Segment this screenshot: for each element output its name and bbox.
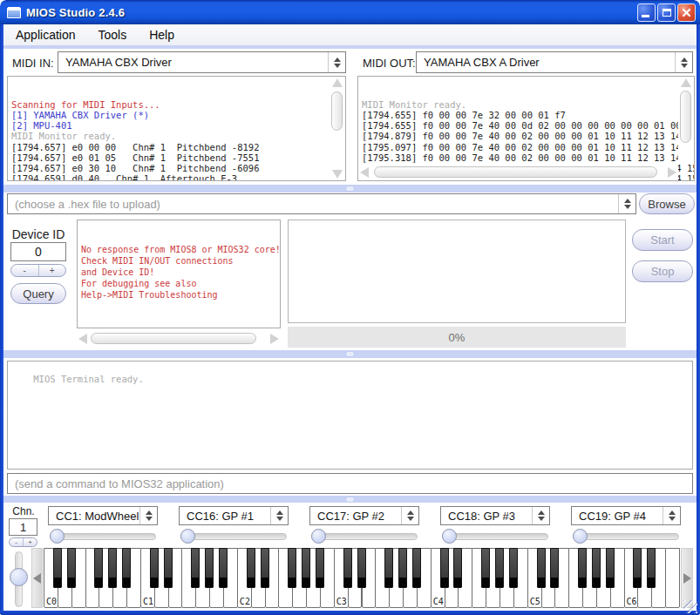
channel-value[interactable]: 1 — [9, 518, 37, 536]
browse-button[interactable]: Browse — [639, 193, 695, 214]
slider-thumb[interactable] — [180, 529, 195, 544]
scrollbar-thumb[interactable] — [680, 91, 691, 143]
stop-button[interactable]: Stop — [632, 260, 693, 282]
device-id-minus-button[interactable]: - — [11, 265, 39, 276]
piano-key-black[interactable] — [122, 548, 131, 588]
piano-key-black[interactable] — [578, 548, 587, 588]
piano-key-black[interactable] — [384, 548, 393, 588]
midi-out-vertical-scrollbar[interactable] — [678, 77, 694, 164]
piano-key-black[interactable] — [316, 548, 324, 588]
midi-out-horizontal-scrollbar[interactable] — [358, 165, 678, 180]
midi-out-select[interactable]: YAMAHA CBX A Driver — [416, 51, 693, 73]
scroll-up-icon[interactable] — [681, 78, 691, 87]
chevron-updown-icon[interactable] — [675, 52, 692, 72]
piano-key-black[interactable] — [288, 548, 296, 588]
cc-selector[interactable]: CC1: ModWheel — [48, 506, 158, 525]
slider-thumb[interactable] — [50, 529, 65, 544]
cc-slider[interactable] — [179, 529, 289, 544]
piano-key-black[interactable] — [94, 548, 103, 588]
midi-out-monitor[interactable]: MIDI Monitor ready.[1794.655] f0 00 00 7… — [357, 76, 695, 181]
cc-slider[interactable] — [309, 529, 419, 544]
minimize-button[interactable] — [637, 3, 656, 22]
piano-key-black[interactable] — [67, 548, 76, 588]
device-id-plus-button[interactable]: + — [39, 265, 66, 276]
channel-minus-button[interactable]: - — [10, 538, 24, 546]
cc-slider[interactable] — [571, 529, 681, 544]
channel-plus-button[interactable]: + — [24, 538, 37, 546]
piano-key-black[interactable] — [647, 548, 656, 588]
cc-selector[interactable]: CC19: GP #4 — [571, 506, 681, 525]
menu-tools[interactable]: Tools — [99, 28, 127, 42]
piano-key-black[interactable] — [205, 548, 214, 588]
midi-in-select[interactable]: YAMAHA CBX Driver — [58, 51, 346, 73]
terminal-command-input[interactable] — [7, 473, 693, 494]
velocity-slider-thumb[interactable] — [10, 568, 28, 586]
slider-thumb[interactable] — [442, 529, 457, 544]
scroll-up-icon[interactable] — [332, 78, 343, 87]
divider[interactable] — [3, 350, 697, 358]
chevron-updown-icon[interactable] — [328, 52, 345, 72]
scroll-down-icon[interactable] — [332, 170, 343, 179]
divider[interactable] — [3, 496, 697, 503]
slider-thumb[interactable] — [573, 529, 588, 544]
scroll-right-icon[interactable] — [270, 334, 279, 344]
status-horizontal-scrollbar[interactable] — [77, 331, 281, 347]
piano-key-black[interactable] — [219, 548, 228, 588]
chevron-updown-icon[interactable] — [139, 507, 157, 524]
octave-scroll-left[interactable] — [31, 548, 43, 608]
slider-thumb[interactable] — [311, 529, 326, 544]
resize-grip[interactable] — [683, 600, 697, 613]
octave-scroll-right[interactable] — [681, 548, 693, 608]
terminal-output[interactable]: MIOS Terminal ready. — [7, 361, 693, 470]
piano-key-black[interactable] — [550, 548, 559, 588]
cc-selector[interactable]: CC18: GP #3 — [440, 506, 550, 525]
title-bar[interactable]: MIOS Studio 2.4.6 — [0, 0, 700, 24]
piano-key-black[interactable] — [247, 548, 255, 588]
scrollbar-thumb[interactable] — [331, 91, 343, 131]
piano-key-black[interactable] — [357, 548, 366, 588]
hex-file-chevron-icon[interactable] — [618, 194, 635, 213]
piano-key-black[interactable] — [633, 548, 642, 588]
cc-selector[interactable]: CC17: GP #2 — [309, 506, 419, 525]
cc-selector[interactable]: CC16: GP #1 — [179, 506, 289, 525]
piano-key-black[interactable] — [302, 548, 310, 588]
chevron-updown-icon[interactable] — [270, 507, 288, 524]
piano-key-black[interactable] — [440, 548, 449, 588]
piano-key-black[interactable] — [481, 548, 490, 588]
piano-key-black[interactable] — [343, 548, 352, 588]
piano-key-black[interactable] — [398, 548, 407, 588]
scrollbar-thumb[interactable] — [374, 166, 657, 178]
piano-key-black[interactable] — [537, 548, 546, 588]
menu-help[interactable]: Help — [149, 28, 174, 42]
piano-key-black[interactable] — [164, 548, 173, 588]
piano-key-black[interactable] — [108, 548, 117, 588]
piano-key-black[interactable] — [191, 548, 200, 588]
piano-key-black[interactable] — [592, 548, 601, 588]
piano-key-black[interactable] — [150, 548, 159, 588]
piano-key-black[interactable] — [261, 548, 269, 588]
piano-key-white[interactable] — [665, 548, 680, 608]
start-button[interactable]: Start — [632, 229, 693, 251]
close-button[interactable] — [677, 3, 696, 22]
piano-key-black[interactable] — [453, 548, 462, 588]
chevron-updown-icon[interactable] — [401, 507, 418, 524]
menu-application[interactable]: Application — [16, 28, 76, 42]
maximize-button[interactable] — [657, 3, 676, 22]
chevron-updown-icon[interactable] — [532, 507, 549, 524]
cc-slider[interactable] — [440, 529, 550, 544]
piano-key-black[interactable] — [495, 548, 504, 588]
piano-key-black[interactable] — [53, 548, 62, 588]
divider[interactable] — [3, 185, 697, 193]
scroll-left-icon[interactable] — [360, 167, 369, 178]
midi-in-monitor[interactable]: Scanning for MIDI Inputs...[1] YAMAHA CB… — [7, 76, 346, 181]
query-button[interactable]: Query — [10, 283, 66, 304]
hex-file-input[interactable] — [7, 193, 636, 214]
scroll-right-icon[interactable] — [668, 167, 676, 178]
cc-slider[interactable] — [48, 529, 158, 544]
device-id-value[interactable]: 0 — [10, 242, 66, 261]
piano-key-black[interactable] — [509, 548, 518, 588]
chevron-updown-icon[interactable] — [663, 507, 680, 524]
piano-key-black[interactable] — [412, 548, 421, 588]
scrollbar-thumb[interactable] — [91, 333, 256, 344]
midi-in-vertical-scrollbar[interactable] — [330, 77, 345, 180]
